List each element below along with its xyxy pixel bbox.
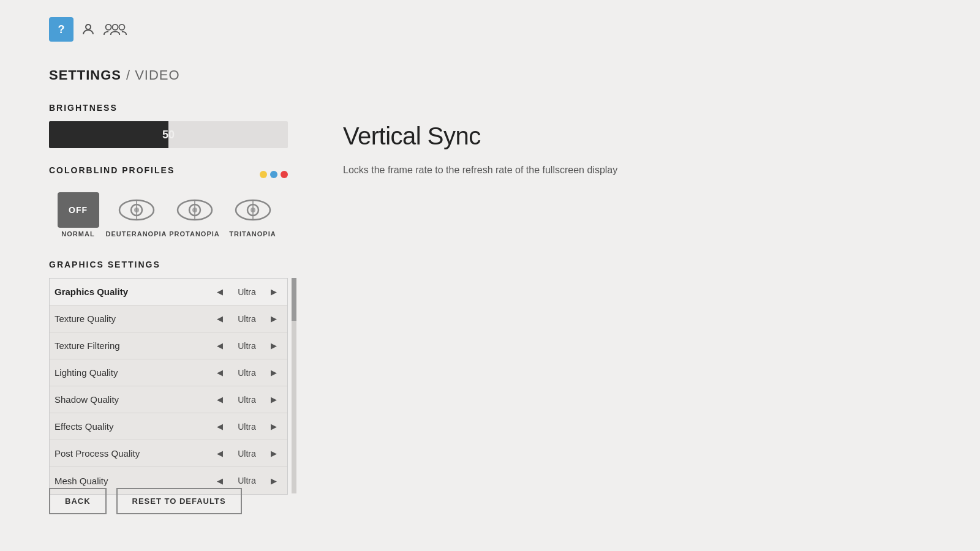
- texture-quality-next[interactable]: ▶: [265, 310, 282, 328]
- brightness-section: BRIGHTNESS 50: [49, 103, 355, 148]
- protanopia-icon: [174, 192, 216, 228]
- deuteranopia-label: DEUTERANOPIA: [106, 230, 167, 238]
- svg-text:?: ?: [58, 23, 65, 36]
- brightness-fill: [49, 121, 168, 148]
- tritanopia-icon: [232, 192, 274, 228]
- group-icon[interactable]: [103, 17, 127, 42]
- right-panel-description: Locks the frame rate to the refresh rate…: [343, 162, 710, 178]
- dot-blue: [270, 171, 277, 178]
- shadow-quality-name: Shadow Quality: [55, 394, 211, 405]
- dot-red: [281, 171, 288, 178]
- graphics-row-lighting[interactable]: Lighting Quality ◀ Ultra ▶: [50, 359, 287, 386]
- reset-button[interactable]: RESET TO DEFAULTS: [116, 488, 242, 514]
- texture-quality-value: Ultra: [228, 314, 265, 324]
- bottom-buttons: BACK RESET TO DEFAULTS: [49, 488, 242, 514]
- lighting-quality-value: Ultra: [228, 368, 265, 378]
- graphics-section: GRAPHICS SETTINGS Graphics Quality ◀ Ult…: [49, 260, 355, 497]
- shadow-quality-value: Ultra: [228, 395, 265, 405]
- texture-quality-prev[interactable]: ◀: [211, 310, 228, 328]
- top-nav-icons: ?: [49, 17, 127, 42]
- texture-quality-name: Texture Quality: [55, 313, 211, 324]
- breadcrumb-video: VIDEO: [135, 67, 179, 83]
- protanopia-label: PROTANOPIA: [169, 230, 220, 238]
- shadow-quality-prev[interactable]: ◀: [211, 391, 228, 408]
- texture-filtering-name: Texture Filtering: [55, 340, 211, 351]
- colorblind-section: COLORBLIND PROFILES OFF NORMAL: [49, 165, 355, 238]
- graphics-row-effects[interactable]: Effects Quality ◀ Ultra ▶: [50, 413, 287, 440]
- main-content: SETTINGS / VIDEO BRIGHTNESS 50 COLORBLIN…: [49, 67, 355, 512]
- colorblind-protanopia[interactable]: PROTANOPIA: [165, 192, 224, 238]
- graphics-list: Graphics Quality ◀ Ultra ▶ Texture Quali…: [49, 278, 288, 495]
- graphics-quality-name: Graphics Quality: [55, 287, 211, 297]
- shadow-quality-next[interactable]: ▶: [265, 391, 282, 408]
- effects-quality-next[interactable]: ▶: [265, 418, 282, 435]
- brightness-value: 50: [162, 129, 175, 141]
- colorblind-header: COLORBLIND PROFILES: [49, 165, 288, 184]
- normal-icon: OFF: [58, 192, 99, 228]
- right-panel: Vertical Sync Locks the frame rate to th…: [343, 122, 710, 178]
- right-panel-title: Vertical Sync: [343, 122, 710, 150]
- deuteranopia-icon: [116, 192, 157, 228]
- colorblind-tritanopia[interactable]: TRITANOPIA: [224, 192, 282, 238]
- question-icon[interactable]: ?: [49, 17, 74, 42]
- texture-filtering-value: Ultra: [228, 341, 265, 351]
- graphics-quality-value: Ultra: [228, 287, 265, 297]
- scroll-thumb[interactable]: [292, 278, 296, 321]
- lighting-quality-next[interactable]: ▶: [265, 364, 282, 381]
- breadcrumb-settings: SETTINGS: [49, 67, 121, 83]
- svg-point-3: [112, 24, 118, 30]
- graphics-quality-prev[interactable]: ◀: [211, 283, 228, 301]
- colorblind-options: OFF NORMAL DEUTERANOPIA: [49, 192, 355, 238]
- colorblind-normal[interactable]: OFF NORMAL: [49, 192, 107, 238]
- graphics-row-filtering[interactable]: Texture Filtering ◀ Ultra ▶: [50, 332, 287, 359]
- graphics-row-quality[interactable]: Graphics Quality ◀ Ultra ▶: [50, 279, 287, 305]
- svg-point-4: [119, 24, 124, 30]
- colorblind-deuteranopia[interactable]: DEUTERANOPIA: [107, 192, 165, 238]
- svg-point-1: [86, 24, 91, 29]
- graphics-row-shadow[interactable]: Shadow Quality ◀ Ultra ▶: [50, 386, 287, 413]
- texture-filtering-prev[interactable]: ◀: [211, 337, 228, 354]
- mesh-quality-name: Mesh Quality: [55, 476, 211, 486]
- graphics-quality-next[interactable]: ▶: [265, 283, 282, 301]
- effects-quality-name: Effects Quality: [55, 421, 211, 432]
- graphics-label: GRAPHICS SETTINGS: [49, 260, 355, 269]
- effects-quality-prev[interactable]: ◀: [211, 418, 228, 435]
- lighting-quality-prev[interactable]: ◀: [211, 364, 228, 381]
- graphics-row-texture[interactable]: Texture Quality ◀ Ultra ▶: [50, 305, 287, 332]
- mesh-quality-next[interactable]: ▶: [265, 472, 282, 489]
- breadcrumb-separator: /: [126, 67, 130, 83]
- texture-filtering-next[interactable]: ▶: [265, 337, 282, 354]
- graphics-scroll-wrapper: Graphics Quality ◀ Ultra ▶ Texture Quali…: [49, 278, 288, 495]
- mesh-quality-prev[interactable]: ◀: [211, 472, 228, 489]
- dot-yellow: [260, 171, 267, 178]
- postprocess-quality-value: Ultra: [228, 449, 265, 459]
- tritanopia-label: TRITANOPIA: [229, 230, 276, 238]
- mesh-quality-value: Ultra: [228, 476, 265, 485]
- brightness-label: BRIGHTNESS: [49, 103, 355, 113]
- postprocess-quality-next[interactable]: ▶: [265, 445, 282, 462]
- svg-point-2: [106, 24, 111, 30]
- off-label: OFF: [58, 192, 99, 228]
- user-icon[interactable]: [76, 17, 100, 42]
- lighting-quality-name: Lighting Quality: [55, 367, 211, 378]
- colorblind-dots: [260, 171, 288, 178]
- breadcrumb: SETTINGS / VIDEO: [49, 67, 355, 83]
- brightness-slider[interactable]: 50: [49, 121, 288, 148]
- back-button[interactable]: BACK: [49, 488, 107, 514]
- graphics-row-postprocess[interactable]: Post Process Quality ◀ Ultra ▶: [50, 440, 287, 467]
- colorblind-label: COLORBLIND PROFILES: [49, 165, 175, 175]
- postprocess-quality-prev[interactable]: ◀: [211, 445, 228, 462]
- postprocess-quality-name: Post Process Quality: [55, 448, 211, 459]
- normal-label: NORMAL: [61, 230, 94, 238]
- scroll-track[interactable]: [292, 278, 296, 493]
- effects-quality-value: Ultra: [228, 422, 265, 432]
